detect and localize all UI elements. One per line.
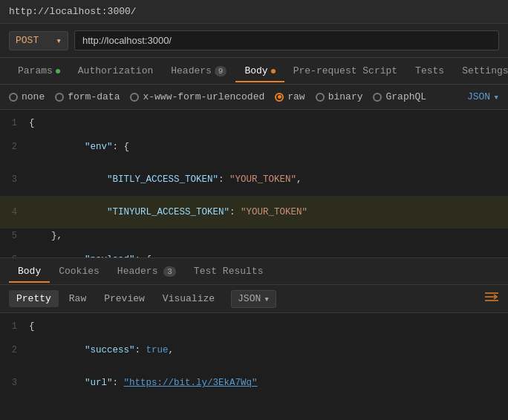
body-label: Body	[244, 65, 267, 76]
tab-settings[interactable]: Settings	[453, 59, 508, 82]
code-line-3: 3 "BITLY_ACCESS_TOKEN": "YOUR_TOKEN",	[0, 163, 508, 196]
response-num-3: 3	[0, 378, 26, 388]
response-tabs: Body Cookies Headers 3 Test Results	[0, 258, 508, 285]
radio-raw[interactable]: raw	[275, 91, 305, 102]
response-line-1: 1 {	[0, 319, 508, 334]
response-headers-label: Headers	[117, 266, 163, 277]
response-content-1: {	[26, 321, 35, 332]
code-content-1: {	[26, 118, 35, 128]
line-num-1: 1	[0, 118, 26, 128]
radio-raw-circle	[275, 93, 284, 102]
radio-urlencoded-label: x-www-form-urlencoded	[143, 91, 264, 102]
radio-form-data-label: form-data	[68, 91, 120, 102]
response-num-2: 2	[0, 345, 26, 355]
code-content-4: "TINYURL_ACCESS_TOKEN": "YOUR_TOKEN"	[26, 197, 307, 228]
title-bar: http://localhost:3000/	[0, 0, 508, 24]
response-content-2: "success": true,	[26, 335, 174, 366]
response-cookies-label: Cookies	[59, 266, 100, 277]
response-json-arrow: ▾	[264, 293, 270, 305]
radio-form-data-circle	[55, 93, 64, 102]
response-content-3: "url": "https://bit.ly/3EkA7Wq"	[26, 367, 258, 395]
line-num-5: 5	[0, 231, 26, 241]
prerequest-label: Pre-request Script	[293, 65, 397, 76]
radio-none-label: none	[22, 91, 45, 102]
method-select[interactable]: POST ▾	[9, 31, 68, 50]
request-code-editor[interactable]: 1 { 2 "env": { 3 "BITLY_ACCESS_TOKEN": "…	[0, 110, 508, 258]
response-tab-body[interactable]: Body	[9, 260, 50, 283]
response-line-2: 2 "success": true,	[0, 334, 508, 367]
response-num-1: 1	[0, 321, 26, 332]
view-type-row: Pretty Raw Preview Visualize JSON ▾	[0, 285, 508, 313]
radio-form-data[interactable]: form-data	[55, 91, 120, 102]
response-tab-headers[interactable]: Headers 3	[108, 260, 185, 283]
radio-urlencoded-circle	[130, 93, 139, 102]
code-content-5: },	[26, 231, 62, 241]
code-content-2: "env": {	[26, 131, 129, 163]
headers-label: Headers	[171, 65, 212, 76]
view-btn-raw[interactable]: Raw	[62, 290, 94, 307]
line-num-2: 2	[0, 142, 26, 152]
params-label: Params	[18, 65, 53, 76]
tab-params[interactable]: Params	[9, 59, 69, 82]
request-tabs: Params Authorization Headers 9 Body Pre-…	[0, 58, 508, 85]
radio-graphql-circle	[373, 93, 382, 102]
view-btn-preview[interactable]: Preview	[97, 290, 152, 307]
request-bar: POST ▾	[0, 24, 508, 58]
view-btn-pretty[interactable]: Pretty	[9, 290, 59, 307]
response-headers-badge: 3	[163, 266, 176, 277]
json-label: JSON	[467, 91, 490, 102]
view-btn-visualize[interactable]: Visualize	[155, 290, 222, 307]
response-json-dropdown[interactable]: JSON ▾	[231, 290, 276, 308]
tab-headers[interactable]: Headers 9	[162, 59, 235, 82]
response-tab-testresults[interactable]: Test Results	[185, 260, 273, 283]
line-num-4: 4	[0, 207, 26, 217]
radio-urlencoded[interactable]: x-www-form-urlencoded	[130, 91, 264, 102]
radio-binary-label: binary	[328, 91, 363, 102]
code-content-6: "payload": {	[26, 244, 152, 258]
wrap-icon[interactable]	[484, 291, 499, 306]
method-arrow: ▾	[56, 35, 62, 47]
response-body-label: Body	[18, 266, 41, 277]
tab-tests[interactable]: Tests	[406, 59, 453, 82]
radio-graphql-label: GraphQL	[385, 91, 426, 102]
line-num-3: 3	[0, 174, 26, 185]
preview-label: Preview	[104, 293, 145, 304]
url-input[interactable]	[74, 30, 499, 50]
title-url: http://localhost:3000/	[9, 6, 137, 17]
radio-graphql[interactable]: GraphQL	[373, 91, 426, 102]
tests-label: Tests	[415, 65, 444, 76]
settings-label: Settings	[462, 65, 508, 76]
pretty-label: Pretty	[16, 293, 51, 304]
body-dot	[271, 69, 276, 73]
radio-raw-label: raw	[287, 91, 305, 102]
radio-binary[interactable]: binary	[316, 91, 363, 102]
radio-none[interactable]: none	[9, 91, 45, 102]
json-arrow: ▾	[493, 91, 499, 103]
code-line-4: 4 "TINYURL_ACCESS_TOKEN": "YOUR_TOKEN"	[0, 196, 508, 229]
code-line-2: 2 "env": {	[0, 131, 508, 163]
tab-body[interactable]: Body	[235, 59, 284, 82]
json-dropdown[interactable]: JSON ▾	[467, 91, 499, 103]
method-label: POST	[16, 35, 39, 46]
authorization-label: Authorization	[78, 65, 153, 76]
response-code-editor: 1 { 2 "success": true, 3 "url": "https:/…	[0, 313, 508, 395]
headers-badge: 9	[215, 66, 227, 76]
tab-authorization[interactable]: Authorization	[69, 59, 162, 82]
response-tab-cookies[interactable]: Cookies	[50, 260, 108, 283]
response-line-3: 3 "url": "https://bit.ly/3EkA7Wq"	[0, 367, 508, 395]
body-type-row: none form-data x-www-form-urlencoded raw…	[0, 85, 508, 110]
code-line-6: 6 "payload": {	[0, 243, 508, 258]
radio-none-circle	[9, 93, 18, 102]
code-content-3: "BITLY_ACCESS_TOKEN": "YOUR_TOKEN",	[26, 164, 302, 195]
visualize-label: Visualize	[163, 293, 215, 304]
response-testresults-label: Test Results	[194, 266, 264, 277]
raw-label: Raw	[69, 293, 86, 304]
response-json-label: JSON	[238, 293, 261, 304]
code-line-5: 5 },	[0, 229, 508, 243]
code-line-1: 1 {	[0, 116, 508, 131]
tab-prerequest[interactable]: Pre-request Script	[284, 59, 406, 82]
radio-binary-circle	[316, 93, 325, 102]
params-dot	[56, 69, 60, 73]
